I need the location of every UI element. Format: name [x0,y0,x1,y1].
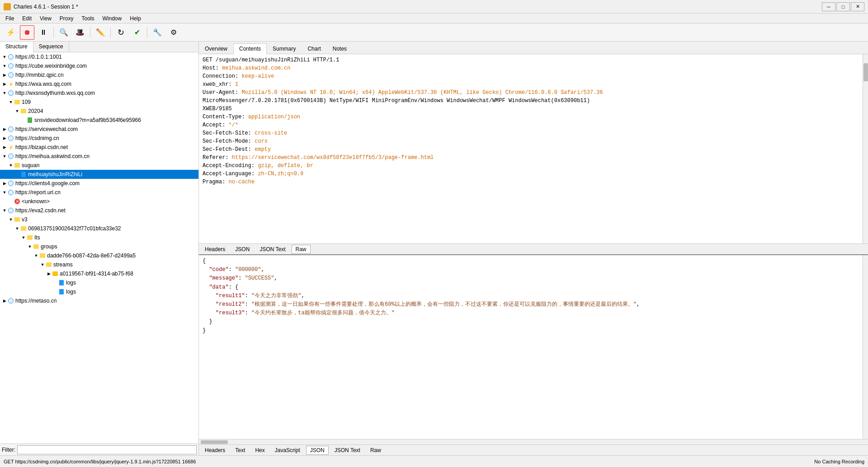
lightning-btn[interactable]: ⚡ [4,25,18,40]
tree-item-4[interactable]: ▶⚡ https://wxa.wxs.qq.com [0,79,198,89]
tree-item-20[interactable]: ▼ 06981375190026432f77c01bfca33e32 [0,224,198,233]
tree-expander-10[interactable]: ▶ [2,136,7,140]
tree-expander-4[interactable]: ▶ [2,82,7,86]
res-tab-json[interactable]: JSON [306,446,329,455]
tree-item-13[interactable]: ▼ suguan [0,161,198,170]
tree-expander-13[interactable]: ▼ [8,163,14,168]
tree-expander-25[interactable]: ▶ [46,271,52,276]
tree-item-21[interactable]: ▼ Its [0,233,198,242]
response-json[interactable]: { "code": "000000", "message": "SUCCESS"… [199,255,863,439]
tree-expander-21[interactable]: ▼ [21,235,26,240]
tree-expander-7[interactable]: ▼ [14,109,20,113]
record-btn[interactable]: ⏺ [20,25,34,40]
res-tab-hex[interactable]: Hex [251,446,269,455]
tree-expander-9[interactable]: ▶ [2,127,7,131]
tree-item-5[interactable]: ▼ http://wxsnsdythumb.wxs.qq.com [0,89,198,98]
tree-expander-11[interactable]: ▶ [2,145,7,149]
req-tab-json-text[interactable]: JSON Text [255,245,289,254]
refresh-btn[interactable]: ↻ [113,25,128,40]
tree-expander-19[interactable]: ▼ [8,217,14,222]
tree-expander-16[interactable]: ▼ [2,190,7,195]
tab-summary[interactable]: Summary [267,43,302,54]
tree-item-25[interactable]: ▶ a0119567-bf91-4314-ab75-f68 [0,269,198,278]
tree-expander-6[interactable]: ▼ [8,100,14,104]
res-tab-javascript[interactable]: JavaScript [271,446,304,455]
tree-expander-3[interactable]: ▶ [2,73,7,77]
request-vscroll[interactable] [863,54,868,243]
tree-item-27[interactable]: logs [0,287,198,296]
maximize-btn[interactable]: □ [836,2,850,11]
throttle-btn[interactable]: ⏸ [36,25,51,40]
close-btn[interactable]: ✕ [851,2,864,11]
tree-item-28[interactable]: ▶ https://metaso.cn [0,296,198,305]
tab-overview[interactable]: Overview [199,43,233,54]
tree-item-10[interactable]: ▶ https://csdnimg.cn [0,134,198,143]
tree-expander-12[interactable]: ▼ [2,154,7,159]
hat-btn[interactable]: 🎩 [73,25,87,40]
tree-expander-24[interactable]: ▼ [40,262,45,267]
tree-expander-15[interactable]: ▶ [2,181,7,186]
menu-proxy[interactable]: Proxy [56,14,77,23]
response-line: } [203,318,859,326]
tree-item-2[interactable]: ▼ https://cube.weixinbridge.com [0,61,198,70]
req-tab-headers[interactable]: Headers [201,245,229,254]
menu-help[interactable]: Help [126,14,145,23]
tree-expander-2[interactable]: ▼ [2,64,7,68]
tree-item-24[interactable]: ▼ streams [0,260,198,269]
tree-item-8[interactable]: snsvideodownload?m=a5af9b5364f6e95966 [0,116,198,125]
tree-label-6: 109 [22,99,31,105]
tab-structure[interactable]: Structure [0,42,33,52]
tree-item-17[interactable]: ✕ <unknown> [0,197,198,206]
tree-item-16[interactable]: ▼ https://report.url.cn [0,188,198,197]
response-vscroll[interactable] [863,255,868,439]
tree-item-12[interactable]: ▼ https://meihua.askwind.com.cn [0,152,198,161]
tree-item-1[interactable]: ▼ https://0.1.0.1:1001 [0,52,198,61]
res-tab-text[interactable]: Text [231,446,249,455]
tree-item-7[interactable]: ▼ 20204 [0,107,198,116]
req-tab-json[interactable]: JSON [231,245,254,254]
tree-expander-18[interactable]: ▼ [2,208,7,213]
tab-sequence[interactable]: Sequence [33,42,69,52]
response-hscroll[interactable] [199,439,868,444]
tree-item-22[interactable]: ▼ groups [0,242,198,251]
tree-item-26[interactable]: logs [0,278,198,287]
req-tab-raw[interactable]: Raw [292,245,311,254]
tab-chart[interactable]: Chart [302,43,326,54]
spy-btn[interactable]: 🔍 [57,25,71,40]
tree-expander-20[interactable]: ▼ [14,226,20,231]
tree-expander-1[interactable]: ▼ [2,55,7,59]
tree-item-15[interactable]: ▶ https://clients4.google.com [0,179,198,188]
tab-contents[interactable]: Contents [233,43,267,54]
tree-item-11[interactable]: ▶⚡ https://bizapi.csdn.net [0,143,198,152]
menu-tools[interactable]: Tools [78,14,98,23]
filter-input[interactable] [17,445,197,454]
tree-expander-28[interactable]: ▶ [2,299,7,303]
settings-btn[interactable]: ⚙ [166,25,181,40]
tree-item-3[interactable]: ▶ http://mmbiz.qpic.cn [0,70,198,79]
tree-item-18[interactable]: ▼ https://eva2.csdn.net [0,206,198,215]
menu-edit[interactable]: Edit [19,14,35,23]
tools-btn[interactable]: 🔧 [150,25,165,40]
res-tab-headers[interactable]: Headers [201,446,229,455]
tree-label-2: https://cube.weixinbridge.com [15,63,87,69]
minimize-btn[interactable]: ─ [822,2,835,11]
menu-file[interactable]: File [2,14,18,23]
pen-btn[interactable]: ✏️ [93,25,108,40]
check-btn[interactable]: ✔ [130,25,144,40]
request-content[interactable]: GET /suguan/meihuayishuJinRiZhiLi HTTP/1… [199,54,863,243]
tree-item-9[interactable]: ▶ https://servicewechat.com [0,125,198,134]
menu-window[interactable]: Window [99,14,126,23]
menu-view[interactable]: View [36,14,55,23]
tree-item-14[interactable]: meihuayishuJinRiZhiLi [0,170,198,179]
tree-expander-22[interactable]: ▼ [27,244,33,249]
tree-item-6[interactable]: ▼ 109 [0,98,198,107]
tree-area[interactable]: ▼ https://0.1.0.1:1001▼ https://cube.wei… [0,52,198,444]
tree-expander-5[interactable]: ▼ [2,91,7,95]
tree-item-19[interactable]: ▼ v3 [0,215,198,224]
tree-expander-23[interactable]: ▼ [33,253,39,258]
res-tab-json-text[interactable]: JSON Text [330,446,364,455]
tab-notes[interactable]: Notes [327,43,353,54]
right-panel-tabs: Overview Contents Summary Chart Notes [199,42,868,54]
tree-item-23[interactable]: ▼ dadde766-b087-42da-8e67-d2499a5 [0,251,198,260]
res-tab-raw[interactable]: Raw [366,446,385,455]
